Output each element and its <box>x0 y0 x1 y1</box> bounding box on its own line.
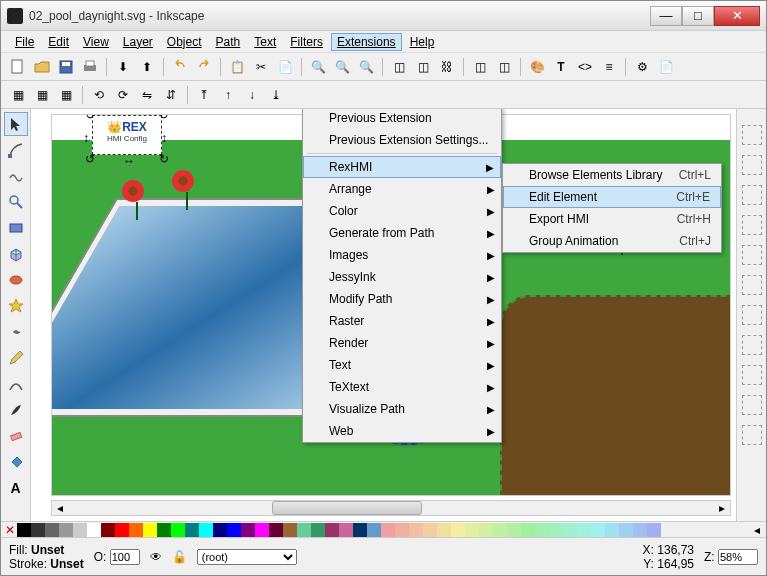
menu-filters[interactable]: Filters <box>284 33 329 51</box>
palette-swatch[interactable] <box>591 523 605 537</box>
eraser-tool-icon[interactable] <box>4 424 28 448</box>
save-icon[interactable] <box>55 56 77 78</box>
palette-swatch[interactable] <box>297 523 311 537</box>
menuitem-visualize-path[interactable]: Visualize Path▶ <box>303 398 501 420</box>
tweak-tool-icon[interactable] <box>4 164 28 188</box>
palette-swatch[interactable] <box>465 523 479 537</box>
menu-view[interactable]: View <box>77 33 115 51</box>
scroll-right-icon[interactable]: ▸ <box>714 501 730 515</box>
palette-swatch[interactable] <box>549 523 563 537</box>
menuitem-raster[interactable]: Raster▶ <box>303 310 501 332</box>
pencil-tool-icon[interactable] <box>4 346 28 370</box>
menuitem-textext[interactable]: TeXtext▶ <box>303 376 501 398</box>
menu-file[interactable]: File <box>9 33 40 51</box>
skew-handle-icon[interactable]: ↔ <box>123 114 133 116</box>
select-all-icon[interactable]: ▦ <box>7 84 29 106</box>
flip-v-icon[interactable]: ⇵ <box>160 84 182 106</box>
new-doc-icon[interactable] <box>7 56 29 78</box>
palette-swatch[interactable] <box>535 523 549 537</box>
snap-intersection-icon[interactable] <box>742 335 762 355</box>
box3d-tool-icon[interactable] <box>4 242 28 266</box>
palette-swatch[interactable] <box>577 523 591 537</box>
menuitem-web[interactable]: Web▶ <box>303 420 501 442</box>
calligraphy-tool-icon[interactable] <box>4 398 28 422</box>
menu-layer[interactable]: Layer <box>117 33 159 51</box>
zoom-input[interactable] <box>718 549 758 565</box>
palette-swatch[interactable] <box>255 523 269 537</box>
palette-strip[interactable] <box>17 523 750 537</box>
menuitem-group-animation[interactable]: Group AnimationCtrl+J <box>503 230 721 252</box>
menuitem-color[interactable]: Color▶ <box>303 200 501 222</box>
palette-swatch[interactable] <box>563 523 577 537</box>
snap-path-icon[interactable] <box>742 305 762 325</box>
raise-icon[interactable]: ↑ <box>217 84 239 106</box>
snap-corners-icon[interactable] <box>742 215 762 235</box>
palette-menu-icon[interactable]: ◂ <box>750 523 764 537</box>
skew-handle-icon[interactable]: ↕ <box>161 131 171 141</box>
menuitem-modify-path[interactable]: Modify Path▶ <box>303 288 501 310</box>
zoom-tool-icon[interactable] <box>4 190 28 214</box>
skew-handle-icon[interactable]: ↕ <box>83 131 93 141</box>
ungroup-icon[interactable]: ◫ <box>493 56 515 78</box>
menu-object[interactable]: Object <box>161 33 208 51</box>
deselect-icon[interactable]: ▦ <box>55 84 77 106</box>
prefs-icon[interactable]: ⚙ <box>631 56 653 78</box>
palette-swatch[interactable] <box>199 523 213 537</box>
palette-swatch[interactable] <box>521 523 535 537</box>
palette-swatch[interactable] <box>325 523 339 537</box>
menuitem-browse-elements-library[interactable]: Browse Elements LibraryCtrl+L <box>503 164 721 186</box>
opacity-input[interactable] <box>110 549 140 565</box>
text-tool-icon[interactable]: A <box>4 476 28 500</box>
snap-edges-icon[interactable] <box>742 185 762 205</box>
palette-swatch[interactable] <box>451 523 465 537</box>
palette-swatch[interactable] <box>647 523 661 537</box>
duplicate-icon[interactable]: ◫ <box>388 56 410 78</box>
node-tool-icon[interactable] <box>4 138 28 162</box>
menuitem-render[interactable]: Render▶ <box>303 332 501 354</box>
rotate-handle-icon[interactable]: ↻ <box>159 152 169 162</box>
clone-icon[interactable]: ◫ <box>412 56 434 78</box>
palette-swatch[interactable] <box>283 523 297 537</box>
lower-bottom-icon[interactable]: ⤓ <box>265 84 287 106</box>
rotate-ccw-icon[interactable]: ⟲ <box>88 84 110 106</box>
ellipse-tool-icon[interactable] <box>4 268 28 292</box>
layer-visibility-icon[interactable]: 👁 <box>150 550 162 564</box>
menuitem-prev-extension[interactable]: Previous Extension <box>303 109 501 129</box>
unlink-icon[interactable]: ⛓ <box>436 56 458 78</box>
rotate-handle-icon[interactable]: ↺ <box>85 152 95 162</box>
docprops-icon[interactable]: 📄 <box>655 56 677 78</box>
palette-swatch[interactable] <box>115 523 129 537</box>
palette-swatch[interactable] <box>101 523 115 537</box>
rotate-handle-icon[interactable]: ↺ <box>159 114 169 118</box>
titlebar[interactable]: 02_pool_daynight.svg - Inkscape — □ ✕ <box>1 1 766 31</box>
bucket-tool-icon[interactable] <box>4 450 28 474</box>
rect-tool-icon[interactable] <box>4 216 28 240</box>
export-icon[interactable]: ⬆ <box>136 56 158 78</box>
palette-swatch[interactable] <box>437 523 451 537</box>
print-icon[interactable] <box>79 56 101 78</box>
menuitem-arrange[interactable]: Arrange▶ <box>303 178 501 200</box>
snap-midpoint-icon[interactable] <box>742 245 762 265</box>
rotate-cw-icon[interactable]: ⟳ <box>112 84 134 106</box>
palette-swatch[interactable] <box>339 523 353 537</box>
align-icon[interactable]: ≡ <box>598 56 620 78</box>
redo-icon[interactable] <box>193 56 215 78</box>
status-stroke-value[interactable]: Unset <box>50 557 83 571</box>
palette-swatch[interactable] <box>269 523 283 537</box>
zoom-drawing-icon[interactable]: 🔍 <box>331 56 353 78</box>
flip-h-icon[interactable]: ⇋ <box>136 84 158 106</box>
snap-nodes-icon[interactable] <box>742 275 762 295</box>
lower-icon[interactable]: ↓ <box>241 84 263 106</box>
palette-swatch[interactable] <box>213 523 227 537</box>
copy-icon[interactable]: 📋 <box>226 56 248 78</box>
menuitem-rexhmi[interactable]: RexHMI▶ <box>303 156 501 178</box>
palette-swatch[interactable] <box>493 523 507 537</box>
palette-swatch[interactable] <box>227 523 241 537</box>
palette-swatch[interactable] <box>45 523 59 537</box>
cut-icon[interactable]: ✂ <box>250 56 272 78</box>
menu-help[interactable]: Help <box>404 33 441 51</box>
paste-icon[interactable]: 📄 <box>274 56 296 78</box>
palette-swatch[interactable] <box>185 523 199 537</box>
open-icon[interactable] <box>31 56 53 78</box>
palette-swatch[interactable] <box>409 523 423 537</box>
